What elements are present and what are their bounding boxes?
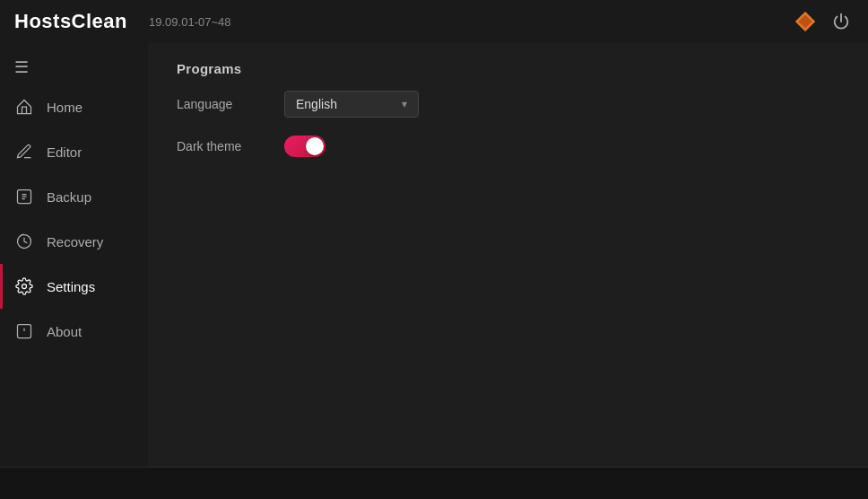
sidebar-label-recovery: Recovery <box>47 234 103 250</box>
chevron-down-icon: ▾ <box>402 98 407 110</box>
section-title: Programs <box>177 61 839 76</box>
toggle-knob <box>306 137 324 155</box>
hamburger-button[interactable]: ☰ <box>0 50 148 84</box>
sidebar-item-settings[interactable]: Settings <box>0 264 148 309</box>
language-dropdown[interactable]: English ▾ <box>284 91 419 118</box>
sidebar-label-settings: Settings <box>47 279 95 294</box>
content-area: Programs Language English ▾ Dark theme <box>148 43 868 467</box>
app-version: 19.09.01-07~48 <box>149 15 230 29</box>
settings-icon <box>14 276 34 296</box>
svg-point-3 <box>22 285 27 289</box>
darktheme-label: Dark theme <box>177 139 266 153</box>
sidebar-item-editor[interactable]: Editor <box>0 129 148 174</box>
sidebar-label-home: Home <box>47 100 82 115</box>
hamburger-icon: ☰ <box>14 58 29 76</box>
language-label: Language <box>177 97 266 111</box>
app-title: HostsClean <box>14 10 127 33</box>
language-row: Language English ▾ <box>177 91 839 118</box>
sidebar-item-home[interactable]: Home <box>0 84 148 129</box>
backup-icon <box>14 187 34 206</box>
sidebar-item-backup[interactable]: Backup <box>0 174 148 219</box>
sidebar-label-backup: Backup <box>47 189 91 205</box>
bottom-bar <box>0 467 868 499</box>
sidebar-item-recovery[interactable]: Recovery <box>0 219 148 264</box>
editor-icon <box>14 142 34 162</box>
title-bar-controls <box>793 9 854 34</box>
language-value: English <box>296 97 337 111</box>
darktheme-toggle[interactable] <box>284 136 326 157</box>
power-icon[interactable] <box>829 9 854 34</box>
sidebar: ☰ Home Editor Backup <box>0 43 148 467</box>
darktheme-row: Dark theme <box>177 136 839 157</box>
sidebar-label-editor: Editor <box>47 144 82 160</box>
about-icon <box>14 321 34 341</box>
main-layout: ☰ Home Editor Backup <box>0 43 868 467</box>
sidebar-label-about: About <box>47 324 82 339</box>
home-icon <box>14 97 34 117</box>
title-bar: HostsClean 19.09.01-07~48 <box>0 0 868 43</box>
recovery-icon <box>14 232 34 251</box>
diamond-icon[interactable] <box>793 9 818 34</box>
sidebar-item-about[interactable]: About <box>0 309 148 354</box>
